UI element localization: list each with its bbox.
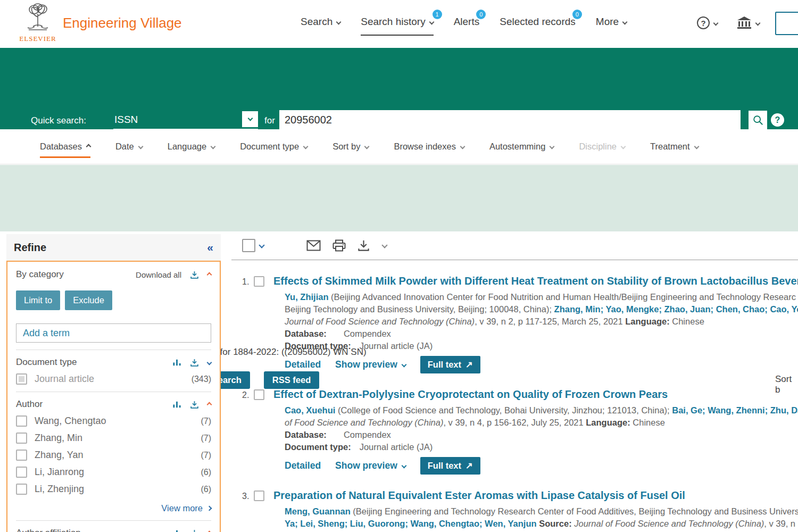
author-link[interactable]: Meng, Guannan xyxy=(285,506,351,516)
detailed-link[interactable]: Detailed xyxy=(285,460,321,471)
selected-records-badge: 0 xyxy=(572,10,582,19)
main-nav: Search Search history 1 Alerts 0 Selecte… xyxy=(301,16,627,36)
full-text-button[interactable]: Full text↗ xyxy=(420,457,480,475)
bar-chart-icon[interactable] xyxy=(172,400,181,409)
search-button[interactable] xyxy=(749,111,767,129)
search-field-select[interactable]: ISSN xyxy=(113,110,258,130)
full-text-button[interactable]: Full text↗ xyxy=(420,356,480,373)
chevron-down-icon[interactable] xyxy=(207,360,212,365)
author-affiliation-section-header: Author affiliation xyxy=(16,528,211,532)
chevron-down-icon xyxy=(401,362,406,368)
bar-chart-icon[interactable] xyxy=(172,358,181,367)
author-checkbox[interactable] xyxy=(16,415,27,427)
search-help-icon[interactable]: ? xyxy=(771,113,784,127)
sign-in-button[interactable] xyxy=(775,12,798,35)
author-checkbox[interactable] xyxy=(16,433,27,444)
tab-databases[interactable]: Databases xyxy=(40,142,90,158)
facet-author: Zhang, Yan (7) xyxy=(16,450,211,461)
chevron-down-icon xyxy=(364,144,370,149)
select-all-checkbox[interactable] xyxy=(242,239,255,252)
chevron-up-icon xyxy=(86,144,91,149)
detailed-link[interactable]: Detailed xyxy=(285,359,321,370)
facet-author: Wang, Chengtao (7) xyxy=(16,415,211,427)
document-type-label: Document type xyxy=(16,357,77,368)
tab-language[interactable]: Language xyxy=(168,142,215,152)
chevron-down-icon xyxy=(336,19,342,24)
institution-menu[interactable] xyxy=(737,16,760,30)
help-menu[interactable]: ? xyxy=(697,16,718,29)
select-dropdown-button[interactable] xyxy=(242,111,258,127)
chevron-up-icon[interactable] xyxy=(207,272,212,277)
bar-chart-icon[interactable] xyxy=(172,529,181,532)
collapse-sidebar-icon[interactable]: « xyxy=(207,241,213,254)
exclude-button[interactable]: Exclude xyxy=(65,290,112,310)
nav-search-history[interactable]: Search history 1 xyxy=(361,16,433,36)
download-icon[interactable] xyxy=(190,400,199,409)
chevron-down-icon xyxy=(247,116,253,121)
nav-selected-records[interactable]: Selected records 0 xyxy=(500,16,576,28)
chevron-up-icon[interactable] xyxy=(207,402,212,407)
email-icon[interactable] xyxy=(306,240,321,251)
nav-alerts[interactable]: Alerts 0 xyxy=(454,16,480,28)
result-checkbox[interactable] xyxy=(254,276,264,287)
tab-treatment[interactable]: Treatment xyxy=(650,142,699,152)
tab-date[interactable]: Date xyxy=(115,142,143,152)
result-title-link[interactable]: Effect of Dextran-Polylysine Cryoprotect… xyxy=(273,388,798,401)
author-links[interactable]: Zhang, Min; Yao, Mengke; Zhao, Juan; Che… xyxy=(554,304,798,314)
result-checkbox[interactable] xyxy=(254,491,264,501)
view-more-link[interactable]: View more xyxy=(16,503,211,513)
nav-more[interactable]: More xyxy=(596,16,627,28)
author-links[interactable]: Ya; Lei, Sheng; Liu, Guorong; Wang, Chen… xyxy=(285,519,539,528)
author-link[interactable]: Yu, Zhijian xyxy=(285,292,329,302)
header-utilities: ? xyxy=(697,16,760,30)
tab-document-type[interactable]: Document type xyxy=(240,142,307,152)
author-checkbox[interactable] xyxy=(16,484,27,495)
author-checkbox[interactable] xyxy=(16,450,27,461)
result-checkbox[interactable] xyxy=(254,389,264,400)
results-list: 1. Effects of Skimmed Milk Powder with D… xyxy=(231,234,798,532)
result-title-link[interactable]: Preparation of Natural Equivalent Ester … xyxy=(273,489,798,502)
chevron-right-icon xyxy=(207,506,212,511)
tab-browse-indexes[interactable]: Browse indexes xyxy=(394,142,464,152)
show-preview-link[interactable]: Show preview xyxy=(335,460,406,471)
download-icon[interactable] xyxy=(190,358,199,367)
elsevier-logo[interactable]: ELSEVIER xyxy=(19,3,57,45)
print-icon[interactable] xyxy=(332,239,346,252)
result-number: 3. xyxy=(242,489,254,501)
chevron-down-icon xyxy=(303,144,309,149)
results-toolbar xyxy=(231,234,798,256)
result-item: 3. Preparation of Natural Equivalent Est… xyxy=(231,489,798,532)
chevron-down-icon xyxy=(694,144,699,149)
refine-sidebar: Refine « By category Download all Limit … xyxy=(6,234,221,532)
author-link[interactable]: Cao, Xuehui xyxy=(285,405,335,415)
search-field-value: ISSN xyxy=(114,114,138,126)
divider xyxy=(16,350,211,350)
add-term-input[interactable] xyxy=(16,323,211,343)
result-title-link[interactable]: Effects of Skimmed Milk Powder with Diff… xyxy=(273,275,798,287)
download-all-label[interactable]: Download all xyxy=(136,270,181,279)
filter-tabs: Databases Date Language Document type So… xyxy=(0,129,798,164)
result-number: 1. xyxy=(242,275,254,287)
nav-search[interactable]: Search xyxy=(301,16,340,28)
tab-sort-by[interactable]: Sort by xyxy=(332,142,369,152)
limit-to-button[interactable]: Limit to xyxy=(16,290,60,310)
author-links[interactable]: Bai, Ge; Wang, Zhenni; Zhu, Dansh xyxy=(672,405,798,415)
search-input[interactable] xyxy=(279,110,741,130)
facet-journal-article: Journal article (343) xyxy=(16,373,211,385)
chevron-down-icon[interactable] xyxy=(381,242,387,248)
elsevier-tree-icon xyxy=(19,3,57,34)
chevron-down-icon[interactable] xyxy=(259,242,264,248)
chevron-down-icon xyxy=(622,19,628,24)
tab-autostemming[interactable]: Autostemming xyxy=(489,142,554,152)
divider xyxy=(16,520,211,521)
chevron-down-icon xyxy=(550,144,555,149)
download-icon[interactable] xyxy=(358,239,370,252)
chevron-down-icon xyxy=(621,144,626,149)
question-mark-icon: ? xyxy=(697,16,710,29)
download-icon[interactable] xyxy=(190,529,199,532)
author-checkbox[interactable] xyxy=(16,467,27,478)
search-icon xyxy=(752,114,764,126)
show-preview-link[interactable]: Show preview xyxy=(335,359,406,370)
download-icon[interactable] xyxy=(190,270,199,279)
tab-discipline: Discipline xyxy=(579,142,625,152)
